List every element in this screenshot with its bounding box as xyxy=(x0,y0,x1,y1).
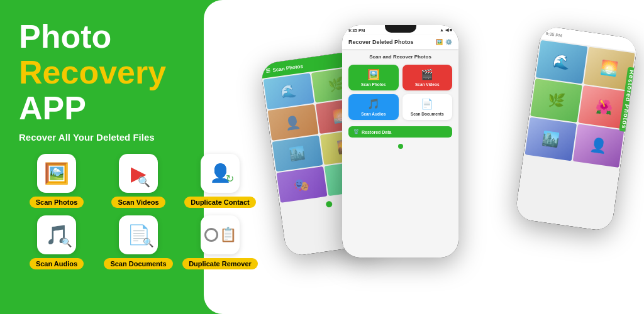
feature-scan-documents[interactable]: 📄🔍 Scan Documents xyxy=(101,215,176,269)
restored-photos-collage: 🌊 🌅 🌿 🌺 🏙️ 👤 Restored Photos xyxy=(517,39,636,214)
left-content-area: Photo Recovery APP Recover All Your Dele… xyxy=(19,19,258,269)
restored-grid: 🌊 🌅 🌿 🌺 🏙️ 👤 xyxy=(523,39,636,170)
scan-photos-label: Scan Photos xyxy=(30,197,84,208)
phone-header-icon2: ⚙️ xyxy=(445,39,452,45)
phone-option-label-videos: Scan Videos xyxy=(415,82,440,87)
restore-icon: 🗑️ xyxy=(353,129,359,134)
phone-notch xyxy=(385,25,416,33)
feature-scan-audios[interactable]: 🎵🔍 Scan Audios xyxy=(19,215,94,269)
phone-center: 9:35 PM ▲ ◀ ■ Recover Deleted Photos 🖼️ … xyxy=(342,25,458,257)
duplicate-contact-label: Duplicate Contact xyxy=(184,197,256,208)
feature-duplicate-remover[interactable]: 📋 Duplicate Remover xyxy=(182,215,258,269)
duplicate-contact-icon-bg: 👤↻ xyxy=(201,154,240,193)
feature-scan-photos[interactable]: 🖼️ Scan Photos xyxy=(19,154,94,208)
restored-thumb-3: 🌿 xyxy=(530,78,582,122)
scan-videos-label: Scan Videos xyxy=(111,197,165,208)
phone-restore-button[interactable]: 🗑️ Restored Data xyxy=(348,126,452,138)
phone-options-grid: 🖼️ Scan Photos 🎬 Scan Videos 🎵 Scan Audi… xyxy=(342,62,458,122)
phone-right: 9:35 PM 🌊 🌅 🌿 🌺 🏙️ 👤 Restored Photos xyxy=(514,26,638,232)
scan-documents-icon: 📄🔍 xyxy=(127,224,150,246)
title-recovery: Recovery xyxy=(19,55,258,90)
phone-center-indicator xyxy=(398,144,403,149)
features-grid: 🖼️ Scan Photos ▶ 🔍 Scan Videos 👤↻ Duplic… xyxy=(19,154,258,269)
subtitle: Recover All Your Deleted Files xyxy=(19,132,258,143)
photo-thumb-5: 🏙️ xyxy=(272,135,323,171)
status-time: 9:35 PM xyxy=(348,28,365,33)
phone-header-icon1: 🖼️ xyxy=(436,39,443,45)
status-icons: ▲ ◀ ■ xyxy=(440,28,452,33)
phone-right-inner: 9:35 PM 🌊 🌅 🌿 🌺 🏙️ 👤 Restored Photos xyxy=(514,26,638,232)
photo-thumb-3: 👤 xyxy=(268,104,318,141)
phone-header-icons-group: 🖼️ ⚙️ xyxy=(436,39,452,45)
phone-option-label-docs: Scan Documents xyxy=(411,112,444,116)
phone-left-title: Scan Photos xyxy=(272,63,303,73)
scan-indicator xyxy=(325,201,332,208)
restored-thumb-1: 🌊 xyxy=(536,40,587,84)
duplicate-remover-icon-bg: 📋 xyxy=(201,215,240,254)
scan-documents-icon-bg: 📄🔍 xyxy=(119,215,158,254)
duplicate-remover-icon: 📋 xyxy=(204,227,236,243)
scan-photos-icon-bg: 🖼️ xyxy=(37,154,76,193)
scan-audios-icon-bg: 🎵🔍 xyxy=(37,215,76,254)
phone-option-icon-videos: 🎬 xyxy=(421,68,433,80)
phone-empty-area xyxy=(342,144,458,219)
phone-left-menu-icon: ☰ xyxy=(265,68,270,74)
phone-option-scan-photos[interactable]: 🖼️ Scan Photos xyxy=(348,65,399,90)
phone-option-scan-videos[interactable]: 🎬 Scan Videos xyxy=(402,65,453,90)
scan-audios-label: Scan Audios xyxy=(30,258,84,269)
phone-option-icon-audios: 🎵 xyxy=(367,98,380,110)
phone-option-scan-audios[interactable]: 🎵 Scan Audios xyxy=(348,94,399,120)
scan-videos-icon: ▶ 🔍 xyxy=(131,161,147,185)
duplicate-remover-label: Duplicate Remover xyxy=(182,258,258,269)
feature-duplicate-contact[interactable]: 👤↻ Duplicate Contact xyxy=(182,154,258,208)
restored-thumb-6: 👤 xyxy=(572,124,624,168)
scan-videos-icon-bg: ▶ 🔍 xyxy=(119,154,158,193)
feature-scan-videos[interactable]: ▶ 🔍 Scan Videos xyxy=(101,154,176,208)
photo-thumb-1: 🌊 xyxy=(264,73,314,109)
phone-option-icon-photos: 🖼️ xyxy=(367,68,380,80)
phone-center-inner: 9:35 PM ▲ ◀ ■ Recover Deleted Photos 🖼️ … xyxy=(342,25,458,257)
duplicate-contact-icon: 👤↻ xyxy=(209,163,231,183)
phone-option-label-photos: Scan Photos xyxy=(361,82,386,87)
phone-section-title: Scan and Recover Photos xyxy=(342,49,458,62)
title-app: APP xyxy=(19,90,258,126)
scan-photos-icon: 🖼️ xyxy=(44,161,69,185)
scan-documents-label: Scan Documents xyxy=(104,258,172,269)
phones-area: ☰ Scan Photos 🌊 🌿 👤 🌅 🏙️ xyxy=(242,0,644,314)
phone-app-title: Recover Deleted Photos xyxy=(348,39,414,45)
phone-option-icon-docs: 📄 xyxy=(421,98,433,110)
title-photo: Photo xyxy=(19,19,258,55)
phone-right-status: 9:35 PM xyxy=(545,31,562,38)
phone-option-label-audios: Scan Audios xyxy=(361,112,386,116)
photo-thumb-7: 🎭 xyxy=(277,166,327,203)
restore-label: Restored Data xyxy=(362,130,391,134)
phone-app-header: Recover Deleted Photos 🖼️ ⚙️ xyxy=(342,35,458,49)
phone-option-scan-documents[interactable]: 📄 Scan Documents xyxy=(402,94,453,120)
scan-audios-icon: 🎵🔍 xyxy=(45,224,69,246)
restored-thumb-5: 🏙️ xyxy=(525,117,576,161)
